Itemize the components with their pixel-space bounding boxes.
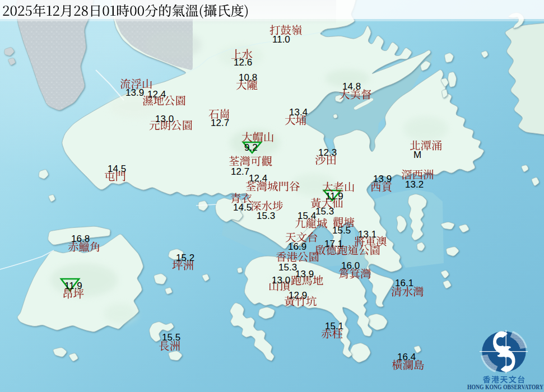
svg-text:12.4: 12.4 [249,173,267,184]
svg-text:16.4: 16.4 [397,352,416,362]
svg-text:9.2: 9.2 [244,142,258,153]
svg-text:17.1: 17.1 [324,239,343,249]
svg-text:13.2: 13.2 [405,179,424,190]
svg-text:16.0: 16.0 [341,260,360,271]
svg-text:16.1: 16.1 [395,278,413,288]
svg-text:13.0: 13.0 [155,114,174,124]
svg-text:14.8: 14.8 [342,81,361,92]
svg-text:12.7: 12.7 [231,166,249,177]
svg-text:15.3: 15.3 [257,211,275,221]
svg-text:16.9: 16.9 [288,241,306,252]
svg-text:11.9: 11.9 [64,281,82,291]
svg-text:HONG KONG OBSERVATORY: HONG KONG OBSERVATORY [467,384,544,390]
svg-text:13.9: 13.9 [373,174,392,184]
svg-text:14.5: 14.5 [233,202,252,213]
svg-text:12.6: 12.6 [234,57,252,68]
svg-text:12.4: 12.4 [147,89,166,100]
svg-text:13.9: 13.9 [125,87,144,98]
svg-text:12.3: 12.3 [318,147,337,158]
svg-text:12.9: 12.9 [289,290,307,301]
svg-text:13.9: 13.9 [295,269,314,279]
svg-text:12.7: 12.7 [211,118,229,128]
svg-text:15.5: 15.5 [162,332,180,343]
svg-text:15.4: 15.4 [297,211,316,221]
svg-text:11.0: 11.0 [272,34,290,45]
svg-text:15.1: 15.1 [325,321,343,332]
svg-text:10.8: 10.8 [239,72,257,83]
svg-text:15.2: 15.2 [176,253,194,263]
svg-text:15.3: 15.3 [278,262,297,273]
svg-text:15.3: 15.3 [315,206,334,217]
svg-text:11.9: 11.9 [326,191,343,202]
svg-text:15.5: 15.5 [332,225,351,236]
svg-text:16.8: 16.8 [71,234,90,244]
svg-text:13.1: 13.1 [358,229,376,240]
svg-text:13.4: 13.4 [289,107,308,118]
svg-text:M: M [413,150,421,160]
svg-text:13.0: 13.0 [272,275,290,286]
svg-text:14.5: 14.5 [108,164,126,174]
